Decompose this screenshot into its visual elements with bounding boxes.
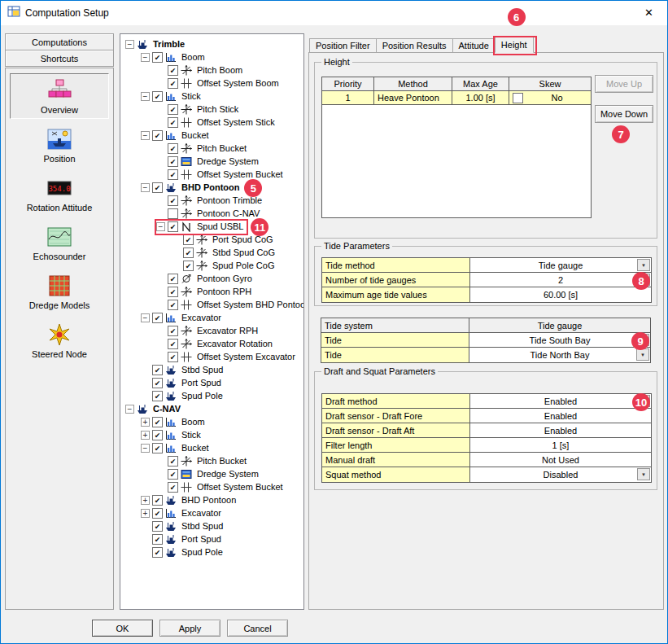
tree-item-stick[interactable]: +✔Stick (120, 428, 303, 441)
checkbox[interactable]: ✔ (168, 78, 178, 89)
expand-icon[interactable]: + (141, 418, 150, 427)
checkbox[interactable]: ✔ (168, 143, 178, 154)
param-value[interactable]: 2 (470, 273, 651, 287)
sidebar-button-shortcuts[interactable]: Shortcuts (5, 50, 114, 67)
expand-icon[interactable]: + (141, 496, 150, 505)
move-down-button[interactable]: Move Down (595, 105, 653, 123)
collapse-icon[interactable]: − (141, 92, 150, 101)
tree-item-excavator[interactable]: +✔Excavator (120, 506, 303, 519)
expand-icon[interactable]: + (141, 509, 150, 518)
checkbox[interactable]: ✔ (152, 495, 163, 506)
collapse-icon[interactable]: − (125, 40, 134, 49)
skew-checkbox[interactable] (513, 93, 523, 103)
checkbox[interactable]: ✔ (168, 326, 178, 336)
checkbox[interactable]: ✔ (152, 91, 163, 102)
tree-item-boom[interactable]: −✔Boom (120, 50, 303, 64)
checkbox[interactable]: ✔ (152, 443, 163, 453)
sidebar-button-computations[interactable]: Computations (5, 33, 114, 50)
tree-item-stbd-spud[interactable]: ✔Stbd Spud (120, 519, 303, 532)
expand-icon[interactable]: + (141, 431, 150, 440)
tree-item-dredge-system[interactable]: ✔Dredge System (120, 155, 303, 168)
tree-item-pontoon-trimble[interactable]: ✔Pontoon Trimble (120, 194, 303, 207)
dropdown-button[interactable] (636, 334, 649, 346)
tree-item-offset-system-excavator[interactable]: ✔Offset System Excavator (120, 350, 303, 363)
checkbox[interactable]: ✔ (168, 195, 178, 206)
tree-item-pitch-boom[interactable]: ✔Pitch Boom (120, 64, 303, 77)
tree-item-offset-system-bhd-pontoon[interactable]: ✔Offset System BHD Pontoon (120, 298, 303, 311)
dropdown-button[interactable] (637, 468, 650, 480)
checkbox[interactable]: ✔ (152, 313, 163, 323)
sidebar-item-dredge-models[interactable]: Dredge Models (10, 269, 109, 314)
collapse-icon[interactable]: − (125, 405, 134, 414)
tree-item-offset-system-stick[interactable]: ✔Offset System Stick (120, 116, 303, 129)
checkbox[interactable]: ✔ (168, 469, 178, 480)
checkbox[interactable]: ✔ (168, 169, 178, 180)
tree-item-bucket[interactable]: −✔Bucket (120, 441, 303, 454)
checkbox[interactable]: ✔ (168, 352, 178, 362)
checkbox[interactable]: ✔ (152, 417, 163, 427)
checkbox[interactable]: ✔ (168, 221, 178, 232)
tree-item-offset-system-bucket[interactable]: ✔Offset System Bucket (120, 480, 303, 493)
dropdown-button[interactable] (636, 348, 649, 361)
tree-item-pitch-bucket[interactable]: ✔Pitch Bucket (120, 454, 303, 467)
checkbox[interactable]: ✔ (152, 547, 163, 558)
footer-button-apply[interactable]: Apply (159, 620, 220, 637)
tree-item-port-spud-cog[interactable]: ✔Port Spud CoG (120, 233, 303, 246)
tree-item-trimble[interactable]: −Trimble (120, 37, 303, 50)
checkbox[interactable]: ✔ (152, 521, 163, 532)
collapse-icon[interactable]: − (141, 313, 150, 322)
max-age-cell[interactable]: 1.00 [s] (452, 91, 509, 105)
skew-cell[interactable]: No (509, 91, 591, 105)
checkbox[interactable]: ✔ (168, 65, 178, 76)
sidebar-item-overview[interactable]: Overview (10, 73, 109, 119)
checkbox[interactable]: ✔ (168, 117, 178, 128)
sidebar-item-steered-node[interactable]: Steered Node (10, 318, 109, 363)
checkbox[interactable]: ✔ (152, 182, 163, 193)
checkbox[interactable]: ✔ (152, 391, 163, 401)
tree-item-stbd-spud-cog[interactable]: ✔Stbd Spud CoG (120, 246, 303, 259)
checkbox[interactable]: ✔ (168, 339, 178, 349)
tree-item-dredge-system[interactable]: ✔Dredge System (120, 467, 303, 480)
collapse-icon[interactable]: − (156, 222, 165, 231)
param-value[interactable]: Disabled (470, 467, 651, 482)
checkbox[interactable] (168, 208, 178, 219)
tree-item-spud-pole-cog[interactable]: ✔Spud Pole CoG (120, 259, 303, 272)
param-value[interactable]: Tide North Bay (469, 348, 650, 362)
tree-item-spud-pole[interactable]: ✔Spud Pole (120, 389, 303, 402)
tree-item-port-spud[interactable]: ✔Port Spud (120, 376, 303, 389)
tab-attitude[interactable]: Attitude (452, 38, 496, 53)
tab-position-results[interactable]: Position Results (376, 38, 453, 53)
checkbox[interactable]: ✔ (168, 287, 178, 297)
param-value[interactable]: Tide gauge (470, 258, 651, 272)
checkbox[interactable]: ✔ (183, 234, 194, 245)
dropdown-button[interactable] (637, 259, 650, 271)
param-value[interactable]: Enabled (470, 423, 651, 437)
footer-button-cancel[interactable]: Cancel (227, 620, 288, 637)
param-value[interactable]: Not Used (470, 453, 651, 467)
tree-item-spud-pole[interactable]: ✔Spud Pole (120, 545, 303, 559)
method-cell[interactable]: Heave Pontoon (374, 91, 452, 105)
tab-height[interactable]: Height (495, 37, 534, 53)
sidebar-item-echosounder[interactable]: Echosounder (10, 220, 109, 265)
checkbox[interactable]: ✔ (168, 482, 178, 493)
collapse-icon[interactable]: − (141, 53, 150, 62)
tree-item-excavator[interactable]: −✔Excavator (120, 311, 303, 324)
checkbox[interactable]: ✔ (168, 274, 178, 284)
sidebar-item-rotation-attitude[interactable]: 354.0Rotation Attitude (10, 171, 109, 217)
footer-button-ok[interactable]: OK (92, 620, 153, 637)
checkbox[interactable]: ✔ (152, 430, 163, 440)
move-up-button[interactable]: Move Up (595, 75, 653, 93)
param-value[interactable]: 60.00 [s] (470, 287, 651, 302)
param-value[interactable]: Tide South Bay (469, 333, 650, 347)
close-button[interactable]: ✕ (631, 1, 667, 24)
tree-item-pontoon-gyro[interactable]: ✔Pontoon Gyro (120, 272, 303, 285)
param-value[interactable]: 1 [s] (470, 438, 651, 452)
tree-item-bucket[interactable]: −✔Bucket (120, 129, 303, 142)
checkbox[interactable]: ✔ (152, 378, 163, 388)
param-value[interactable]: Enabled (470, 394, 651, 408)
checkbox[interactable]: ✔ (183, 261, 194, 271)
tree-item-c-nav[interactable]: −C-NAV (120, 402, 303, 415)
spinner-down-button[interactable] (637, 279, 650, 286)
sidebar-item-position[interactable]: Position (10, 122, 109, 168)
checkbox[interactable]: ✔ (152, 130, 163, 141)
